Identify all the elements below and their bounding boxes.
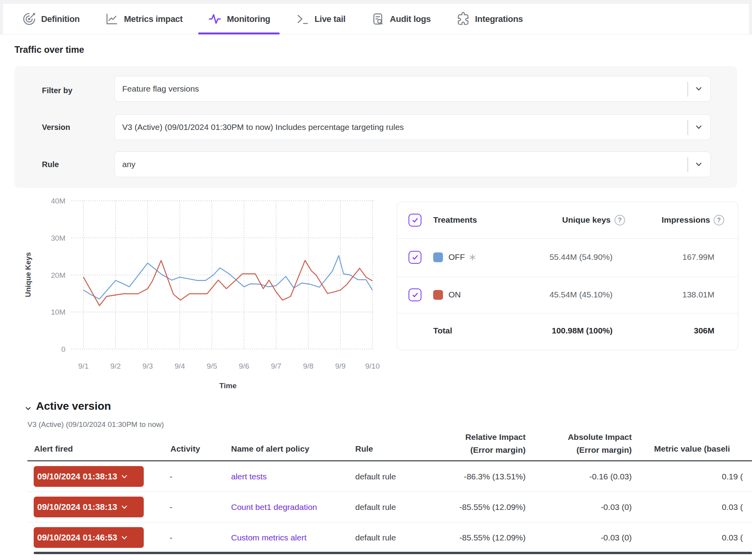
alert-absolute-impact: -0.03 (0): [601, 533, 632, 542]
row-divider: [27, 492, 752, 492]
page-background-strip: [0, 0, 752, 4]
row-divider: [27, 522, 752, 522]
treatment-name: OFF: [448, 252, 476, 262]
treatment-label: ON: [448, 290, 461, 299]
tab-metrics-impact[interactable]: Metrics impact: [95, 4, 192, 34]
svg-text:20M: 20M: [51, 271, 65, 279]
svg-text:9/7: 9/7: [271, 362, 281, 370]
treatment-row-on: ON 45.54M (45.10%) 138.01M: [397, 277, 738, 313]
total-impressions: 306M: [636, 326, 714, 335]
col-header-activity: Activity: [170, 444, 200, 454]
total-unique-keys: 100.98M (100%): [495, 326, 613, 335]
filter-by-select[interactable]: Feature flag versions: [114, 76, 711, 102]
treatments-panel: Treatments Unique keys ? Impressions ? O…: [397, 202, 738, 350]
alert-policy-link[interactable]: Count bet1 degradation: [231, 502, 317, 512]
select-divider: [687, 157, 688, 172]
check-icon: [412, 217, 419, 224]
page-background-strip-right: [749, 4, 752, 34]
alert-metric-value: 0.19 (: [722, 472, 743, 481]
terminal-icon: [295, 12, 310, 26]
unique-keys-column-header: Unique keys: [493, 215, 611, 225]
select-divider: [687, 82, 688, 97]
active-version-title[interactable]: Active version: [36, 400, 111, 412]
alert-policy-link[interactable]: alert tests: [231, 472, 267, 481]
tab-definition[interactable]: Definition: [13, 4, 89, 34]
alert-absolute-impact: -0.03 (0): [601, 502, 632, 512]
page-title: Traffic over time: [14, 45, 84, 55]
chevron-down-icon: [121, 504, 128, 510]
pulse-icon: [208, 12, 222, 26]
version-value: V3 (Active) (09/01/2024 01:30PM to now) …: [122, 122, 404, 132]
off-impressions: 167.99M: [636, 252, 714, 262]
chevron-down-icon: [121, 535, 128, 540]
svg-text:9/6: 9/6: [239, 362, 249, 370]
svg-text:9/1: 9/1: [78, 362, 89, 370]
chevron-down-icon: [695, 124, 702, 130]
version-select[interactable]: V3 (Active) (09/01/2024 01:30PM to now) …: [114, 114, 711, 140]
svg-text:9/4: 9/4: [175, 362, 185, 370]
active-version-subtitle: V3 (Active) (09/10/2024 01:30PM to now): [27, 420, 164, 429]
collapse-chevron-icon[interactable]: [24, 405, 32, 412]
treatments-select-all-checkbox[interactable]: [409, 214, 421, 227]
treatment-on-checkbox[interactable]: [409, 288, 421, 301]
svg-text:9/2: 9/2: [110, 362, 121, 370]
alert-fired-badge[interactable]: 09/10/2024 01:38:13: [34, 497, 144, 517]
alert-absolute-impact: -0.16 (0.03): [589, 472, 632, 481]
col-header-policy: Name of alert policy: [231, 444, 309, 454]
tab-bar: Definition Metrics impact Monitoring Liv…: [3, 4, 749, 34]
treatment-row-off: OFF 55.44M (54.90%) 167.99M: [397, 238, 738, 277]
select-divider: [687, 120, 688, 135]
alert-policy-link[interactable]: Custom metrics alert: [231, 533, 307, 542]
svg-text:10M: 10M: [51, 308, 65, 316]
unique-keys-help-icon[interactable]: ?: [615, 215, 625, 225]
horizontal-scrollbar[interactable]: [34, 552, 752, 554]
svg-text:9/8: 9/8: [303, 362, 313, 370]
tab-integrations[interactable]: Integrations: [446, 4, 532, 34]
page-background-strip-left: [0, 4, 3, 34]
chevron-down-icon: [695, 161, 702, 167]
alert-rule: default rule: [355, 502, 396, 512]
alert-metric-value: 0.03 (: [722, 502, 743, 512]
svg-text:40M: 40M: [51, 197, 65, 205]
on-impressions: 138.01M: [636, 290, 714, 299]
alert-fired-badge[interactable]: 09/10/2024 01:38:13: [34, 466, 144, 487]
impressions-help-icon[interactable]: ?: [714, 215, 724, 225]
svg-text:9/5: 9/5: [207, 362, 217, 370]
alert-fired-time: 09/10/2024 01:38:13: [37, 472, 117, 482]
alert-rule: default rule: [355, 533, 396, 542]
rule-value: any: [122, 160, 136, 169]
col-header-metric-value: Metric value (baseli: [654, 444, 730, 454]
alert-rule: default rule: [355, 472, 396, 481]
tab-label: Definition: [41, 14, 80, 24]
chevron-down-icon: [695, 86, 702, 92]
rule-label: Rule: [42, 160, 59, 169]
svg-text:0: 0: [61, 345, 65, 353]
tab-label: Integrations: [475, 14, 523, 24]
alert-fired-time: 09/10/2024 01:46:53: [37, 533, 117, 543]
tab-audit-logs[interactable]: Audit logs: [361, 4, 440, 34]
treatment-off-checkbox[interactable]: [409, 251, 421, 264]
alert-relative-impact: -85.55% (12.09%): [459, 502, 526, 512]
check-icon: [412, 292, 419, 299]
tab-label: Monitoring: [227, 14, 270, 24]
tab-monitoring[interactable]: Monitoring: [198, 4, 280, 34]
sparkle-icon: [469, 254, 476, 261]
alert-activity: -: [170, 472, 172, 481]
alert-fired-badge[interactable]: 09/10/2024 01:46:53: [34, 527, 144, 548]
alert-fired-time: 09/10/2024 01:38:13: [37, 502, 117, 512]
tab-live-tail[interactable]: Live tail: [286, 4, 355, 34]
col-header-relative-impact: Relative Impact(Error margin): [465, 430, 526, 456]
tab-label: Metrics impact: [124, 14, 183, 24]
filter-by-value: Feature flag versions: [122, 84, 199, 94]
filter-panel: Filter by Feature flag versions Version …: [14, 66, 737, 188]
check-icon: [412, 254, 419, 261]
chart-line-icon: [105, 12, 119, 26]
svg-text:Unique Keys: Unique Keys: [24, 252, 32, 297]
col-header-absolute-impact: Absolute Impact(Error margin): [568, 430, 632, 456]
svg-text:9/3: 9/3: [143, 362, 153, 370]
svg-text:Time: Time: [219, 382, 237, 390]
alert-activity: -: [170, 502, 172, 512]
alert-relative-impact: -85.55% (12.09%): [459, 533, 526, 542]
rule-select[interactable]: any: [114, 151, 711, 177]
treatments-column-header: Treatments: [433, 215, 477, 225]
